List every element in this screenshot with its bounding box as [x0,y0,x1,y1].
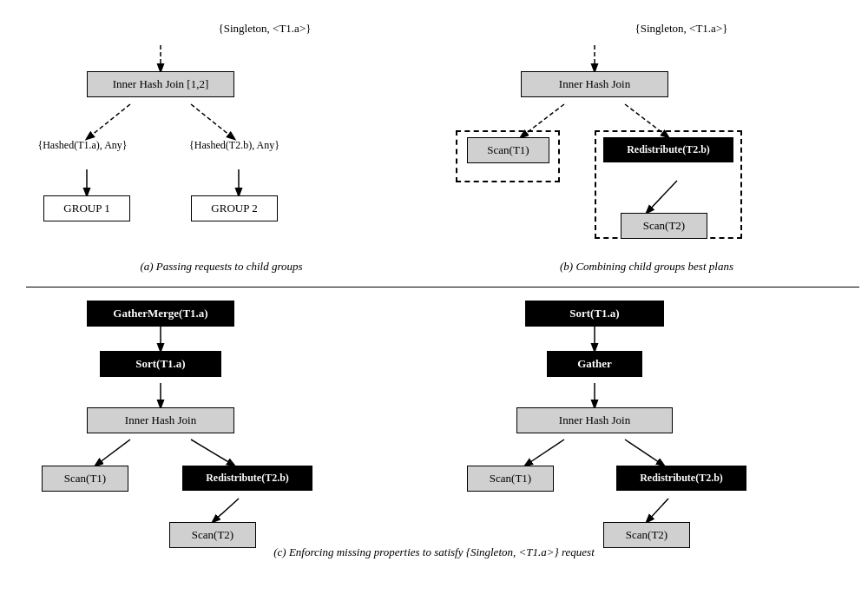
panel-b-scan-t2: Scan(T2) [621,213,707,239]
panel-c-right-gather: Gather [547,351,642,377]
top-section: {Singleton, <T1.a>} Inner Hash Join [1,2… [9,9,859,287]
panel-c-right-redistribute: Redistribute(T2.b) [616,466,746,491]
panel-c-right: Sort(T1.a) Gather Inner Hash Join Scan(T… [434,292,859,561]
svg-line-12 [191,439,234,466]
panel-a-group1: GROUP 1 [43,195,130,221]
svg-line-11 [95,439,130,466]
svg-line-2 [191,104,234,139]
panel-a-caption: (a) Passing requests to child groups [9,260,434,274]
panel-a-join-node: Inner Hash Join [1,2] [87,71,234,97]
panel-c-left: GatherMerge(T1.a) Sort(T1.a) Inner Hash … [9,292,434,561]
panel-c-right-sort: Sort(T1.a) [525,301,664,327]
panel-a-top-label: {Singleton, <T1.a>} [95,22,434,36]
panel-c-left-redistribute: Redistribute(T2.b) [182,466,312,491]
panel-c-left-join: Inner Hash Join [87,407,234,433]
panel-c-left-gathermerge: GatherMerge(T1.a) [87,301,234,327]
panel-c-left-sort: Sort(T1.a) [100,351,221,377]
bottom-caption: (c) Enforcing missing properties to sati… [9,545,859,559]
panel-b-scan-t1: Scan(T1) [467,137,549,163]
divider [26,287,859,287]
panel-a: {Singleton, <T1.a>} Inner Hash Join [1,2… [9,9,434,287]
panel-b: {Singleton, <T1.a>} Inner Hash Join Scan… [434,9,859,287]
svg-line-17 [625,439,664,466]
bottom-section: GatherMerge(T1.a) Sort(T1.a) Inner Hash … [9,292,859,561]
panel-b-top-label: {Singleton, <T1.a>} [503,22,859,36]
panel-c-left-scan-t2: Scan(T2) [169,522,256,548]
panel-c-right-scan-t2: Scan(T2) [603,522,690,548]
panel-a-left-label: {Hashed(T1.a), Any} [22,139,143,152]
panel-b-redistribute: Redistribute(T2.b) [603,137,733,162]
panel-a-group2: GROUP 2 [191,195,278,221]
main-container: {Singleton, <T1.a>} Inner Hash Join [1,2… [0,0,868,608]
panel-c-right-scan-t1: Scan(T1) [467,466,554,492]
panel-c-right-join: Inner Hash Join [516,407,673,433]
panel-a-right-label: {Hashed(T2.b), Any} [169,139,299,152]
svg-line-16 [525,439,564,466]
panel-b-caption: (b) Combining child groups best plans [434,260,859,274]
panel-c-left-scan-t1: Scan(T1) [42,466,128,492]
svg-line-1 [87,104,130,139]
panel-b-join-node: Inner Hash Join [521,71,668,97]
svg-line-18 [647,499,668,522]
svg-line-13 [213,499,239,522]
